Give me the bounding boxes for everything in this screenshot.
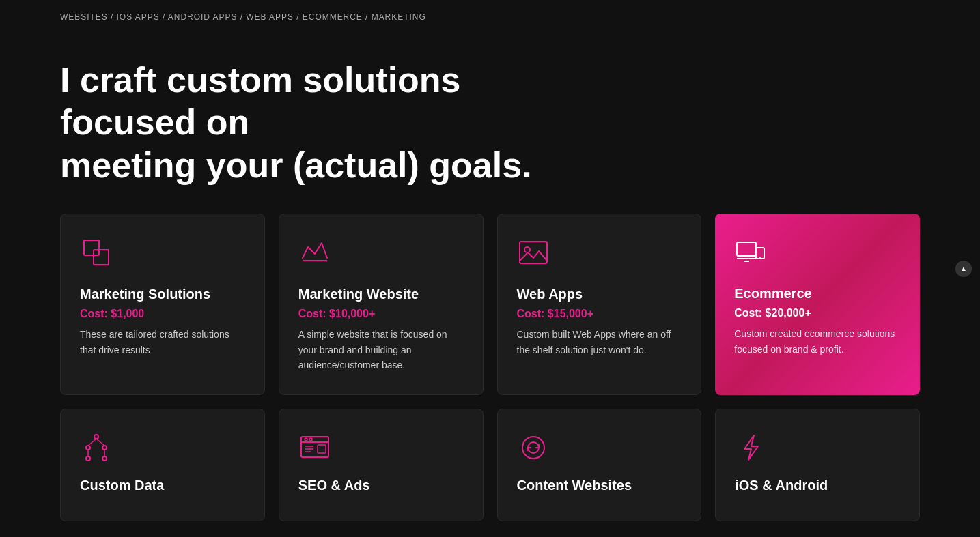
card-marketing-solutions[interactable]: Marketing Solutions Cost: $1,000 These a…	[60, 214, 265, 395]
svg-point-10	[94, 435, 98, 439]
card-cost: Cost: $1,000	[80, 308, 245, 320]
lightning-icon	[735, 431, 900, 467]
breadcrumb-text: WEBSITES / IOS APPS / ANDROID APPS / WEB…	[60, 12, 426, 22]
card-description: Custom created ecommerce solutions focus…	[734, 326, 901, 357]
svg-line-15	[88, 439, 96, 446]
card-marketing-website[interactable]: Marketing Website Cost: $10,000+ A simpl…	[279, 214, 484, 395]
svg-rect-21	[318, 445, 326, 453]
card-title: iOS & Android	[735, 478, 900, 493]
svg-point-14	[102, 456, 107, 461]
svg-point-27	[522, 437, 544, 459]
bottom-cards-grid: Custom Data SEO & Ads	[0, 409, 980, 535]
breadcrumb: WEBSITES / IOS APPS / ANDROID APPS / WEB…	[0, 0, 980, 31]
card-title: Marketing Website	[298, 287, 464, 302]
svg-rect-0	[84, 240, 99, 255]
browser-ads-icon	[298, 431, 464, 467]
svg-point-25	[305, 438, 307, 441]
card-cost: Cost: $10,000+	[298, 308, 464, 320]
hero-heading: I craft custom solutions focused on meet…	[60, 59, 552, 186]
card-seo-ads[interactable]: SEO & Ads	[279, 409, 484, 521]
scroll-to-top-button[interactable]	[955, 261, 972, 277]
svg-rect-1	[94, 250, 109, 265]
tree-icon	[80, 431, 245, 467]
svg-point-4	[524, 247, 530, 252]
svg-line-16	[96, 439, 104, 446]
card-description: These are tailored crafted solutions tha…	[80, 327, 245, 358]
svg-point-12	[102, 446, 107, 450]
card-description: A simple website that is focused on your…	[298, 327, 464, 373]
refresh-circle-icon	[517, 431, 682, 467]
card-content-websites[interactable]: Content Websites	[497, 409, 702, 521]
layers-icon	[80, 236, 245, 272]
card-title: Marketing Solutions	[80, 287, 245, 302]
card-description: Custom built Web Apps where an off the s…	[517, 327, 682, 358]
card-web-apps[interactable]: Web Apps Cost: $15,000+ Custom built Web…	[497, 214, 702, 395]
svg-rect-19	[301, 437, 328, 457]
card-title: Content Websites	[517, 478, 682, 493]
svg-rect-3	[520, 242, 547, 263]
card-title: Custom Data	[80, 478, 245, 493]
card-ecommerce[interactable]: Ecommerce Cost: $20,000+ Custom created …	[715, 214, 920, 395]
card-title: Web Apps	[517, 287, 682, 302]
card-cost: Cost: $15,000+	[517, 308, 682, 320]
hero-section: I craft custom solutions focused on meet…	[0, 31, 980, 207]
svg-point-9	[759, 257, 761, 258]
devices-icon	[734, 235, 901, 271]
card-cost: Cost: $20,000+	[734, 307, 901, 319]
top-cards-grid: Marketing Solutions Cost: $1,000 These a…	[0, 207, 980, 409]
image-gallery-icon	[517, 236, 682, 272]
card-ios-android[interactable]: iOS & Android	[715, 409, 920, 521]
svg-point-26	[309, 438, 312, 441]
svg-point-11	[86, 446, 90, 450]
card-title: Ecommerce	[734, 286, 901, 302]
card-title: SEO & Ads	[298, 478, 464, 493]
svg-rect-5	[737, 242, 756, 256]
svg-point-13	[86, 456, 90, 461]
crown-icon	[298, 236, 464, 272]
card-custom-data[interactable]: Custom Data	[60, 409, 265, 521]
